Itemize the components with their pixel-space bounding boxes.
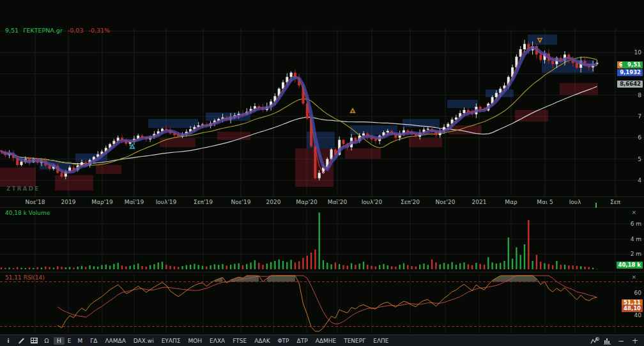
candle (576, 63, 578, 68)
volume-bar (363, 262, 364, 269)
volume-bar (150, 265, 151, 269)
price-badge-last: 9,51 (622, 61, 643, 68)
x-axis-label: Σεπ (596, 199, 634, 205)
volume-bar (206, 267, 207, 269)
volume-bar (53, 268, 54, 269)
rsi-chart-canvas[interactable]: 6040 (0, 272, 644, 334)
zoom-in-button[interactable]: + (629, 337, 641, 345)
timeframe-button-Μ[interactable]: Μ (74, 337, 86, 345)
ticker-button-ΦΤΡ[interactable]: ΦΤΡ (275, 337, 293, 345)
volume-bar (282, 261, 284, 269)
ticker-button-ΤΕΝΕΡΓ[interactable]: ΤΕΝΕΡΓ (341, 337, 369, 345)
volume-bar (290, 260, 291, 269)
support-zone (345, 148, 381, 159)
price-axis-label: 6 (638, 134, 641, 141)
volume-chart-canvas[interactable]: 6 m4 m2 m (0, 208, 644, 272)
volume-close-button[interactable]: × (631, 210, 636, 216)
volume-bar (516, 248, 517, 269)
price-chart-pane[interactable]: 1087654 9,51 ΓΕΚΤΕΡΝΑ.gr -0,03 -0,31% ZT… (0, 0, 644, 196)
volume-bar (222, 264, 223, 269)
volume-bar (584, 267, 585, 269)
info-button[interactable]: i (3, 336, 14, 345)
candle (318, 173, 321, 178)
volume-bar (512, 258, 513, 269)
volume-bar (387, 265, 388, 269)
timeframe-button-Η[interactable]: Η (54, 337, 65, 345)
volume-bar (254, 260, 256, 269)
volume-bar (218, 265, 219, 269)
volume-pane[interactable]: 6 m4 m2 m 40,18 k Volume × 40,18 k (0, 208, 644, 272)
volume-bar (480, 264, 481, 269)
draw-tool-button[interactable] (15, 336, 27, 345)
volume-bar (33, 268, 34, 269)
ticker-button-ΕΛΧΑ[interactable]: ΕΛΧΑ (206, 337, 228, 345)
ticker-button-ΕΥΑΠΣ[interactable]: ΕΥΑΠΣ (158, 337, 184, 345)
ticker-button-ΑΔΜΗΕ[interactable]: ΑΔΜΗΕ (312, 337, 340, 345)
rsi-pane[interactable]: 6040 51,11 RSI(14) × 51,11 48,10 (0, 272, 644, 334)
rsi-badge-signal: 48,10 (622, 305, 643, 312)
rsi-label: 51,11 RSI(14) (5, 274, 45, 281)
volume-bar (169, 266, 171, 269)
volume-bar (423, 263, 424, 269)
volume-bar (524, 244, 525, 269)
volume-bar (17, 267, 18, 269)
ticker-button-ΔΤΡ[interactable]: ΔΤΡ (294, 337, 311, 345)
ticker-button-ΑΔΑΚ[interactable]: ΑΔΑΚ (251, 337, 273, 345)
volume-bar (491, 262, 493, 269)
volume-bar (186, 265, 187, 269)
candle (551, 61, 554, 64)
volume-bar (456, 265, 457, 269)
support-zone (55, 175, 93, 191)
volume-bar (508, 237, 509, 269)
volume-bar (134, 265, 135, 269)
volume-bar (496, 263, 497, 269)
x-axis-label: Μαρ (492, 199, 530, 205)
volume-bar (359, 263, 360, 269)
omega-button[interactable]: Ω (41, 336, 52, 345)
symbol-name: ΓΕΚΤΕΡΝΑ.gr (23, 27, 63, 34)
ticker-button-FTSE[interactable]: FTSE (229, 337, 250, 345)
timeframe-button-Ε[interactable]: Ε (65, 337, 75, 345)
price-change-pct: -0,31% (88, 27, 110, 34)
volume-bar (230, 265, 231, 269)
price-axis-label: 7 (638, 113, 641, 120)
volume-bar (129, 266, 130, 269)
volume-bar (484, 265, 485, 269)
volume-bar (118, 263, 119, 269)
volume-bar (475, 263, 477, 269)
rsi-close-button[interactable]: × (631, 274, 636, 280)
info-icon: i (7, 338, 9, 344)
ticker-button-ΓΔ[interactable]: ΓΔ (87, 337, 100, 345)
x-axis-label: Μαϊ'20 (318, 199, 356, 205)
volume-bar (451, 262, 452, 269)
symbol-header: 9,51 ΓΕΚΤΕΡΝΑ.gr -0,03 -0,31% (5, 27, 110, 34)
volume-bar (487, 257, 489, 269)
volume-bar (113, 264, 114, 269)
histogram-button[interactable] (602, 336, 613, 345)
volume-bar (310, 253, 312, 269)
volume-bar (8, 267, 10, 269)
ticker-button-ΛΑΜΔΑ[interactable]: ΛΑΜΔΑ (102, 337, 128, 345)
volume-bar (468, 264, 469, 269)
volume-bar (274, 261, 275, 269)
date-axis[interactable]: Νοε'182019Μαρ'19Μαϊ'19Ιουλ'19Σεπ'19Νοε'1… (0, 196, 644, 208)
rsi-line (57, 276, 597, 331)
volume-bar (286, 262, 288, 269)
volume-bar (335, 262, 336, 269)
grid-settings-button[interactable] (28, 336, 40, 345)
ticker-button-ΜΟΗ[interactable]: ΜΟΗ (185, 337, 205, 345)
volume-bar (443, 263, 445, 269)
volume-bar (69, 267, 70, 269)
price-axis-label: 5 (638, 156, 641, 162)
price-axis-label: 8 (638, 92, 641, 98)
volume-bar (146, 267, 147, 269)
x-axis-label: 2020 (254, 199, 293, 205)
volume-bar (564, 265, 565, 269)
ticker-button-ΕΛΠΕ[interactable]: ΕΛΠΕ (370, 337, 392, 345)
chart-fit-button[interactable] (589, 336, 601, 345)
ticker-button-DAX.wi[interactable]: DAX.wi (130, 337, 157, 345)
volume-bar (101, 265, 102, 269)
zoom-out-button[interactable]: − (615, 337, 627, 345)
x-axis-label: Σεπ'20 (391, 199, 429, 205)
candle (342, 140, 345, 145)
